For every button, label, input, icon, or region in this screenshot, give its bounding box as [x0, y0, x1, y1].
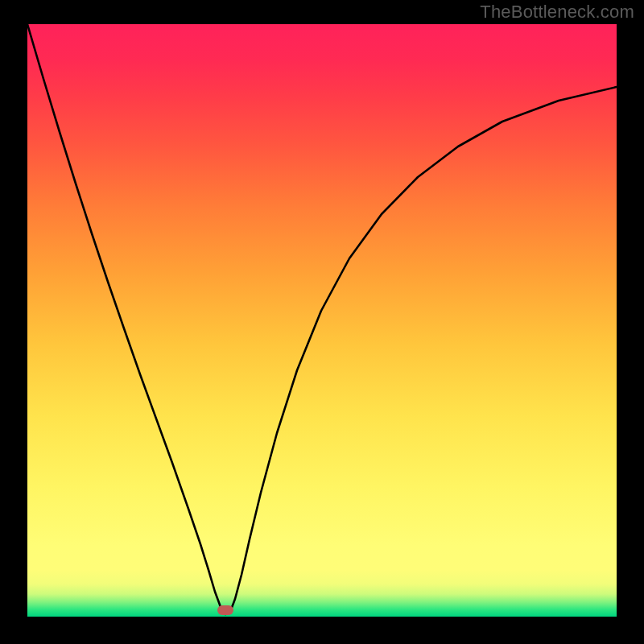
plot-area: [27, 24, 617, 617]
chart-frame: TheBottleneck.com: [0, 0, 644, 644]
optimal-point-marker: [217, 605, 233, 615]
watermark-text: TheBottleneck.com: [480, 2, 634, 23]
bottleneck-curve: [27, 24, 617, 617]
